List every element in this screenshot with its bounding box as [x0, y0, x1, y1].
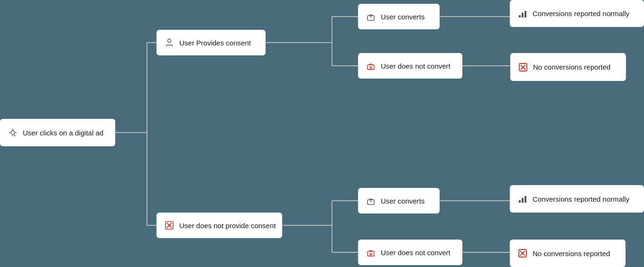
- svg-rect-27: [524, 196, 526, 203]
- x-bag-1-icon: [366, 61, 376, 71]
- svg-rect-19: [519, 15, 521, 18]
- start-label: User clicks on a digital ad: [23, 129, 103, 137]
- chart-1-icon: [517, 9, 528, 19]
- outcome-2-node: No conversions reported: [510, 53, 626, 81]
- consent-yes-node: User Provides consent: [156, 30, 266, 55]
- x-circle-1-icon: [518, 62, 528, 72]
- converts-2-node: User converts: [358, 188, 440, 214]
- bag-2-icon: [366, 196, 376, 206]
- outcome-1-node: Conversions reported normally: [510, 0, 644, 27]
- diagram-container: User clicks on a digital ad User Provide…: [0, 0, 644, 267]
- no-convert-1-node: User does not convert: [358, 53, 462, 79]
- outcome-3-label: Conversions reported normally: [533, 195, 629, 203]
- svg-rect-26: [522, 198, 524, 203]
- svg-rect-9: [368, 16, 374, 20]
- svg-rect-14: [368, 200, 374, 205]
- svg-point-5: [168, 39, 171, 43]
- cursor-icon: [8, 127, 18, 138]
- x-bag-2-icon: [366, 247, 376, 258]
- converts-2-label: User converts: [381, 197, 425, 205]
- start-node: User clicks on a digital ad: [0, 119, 115, 146]
- svg-point-0: [11, 131, 15, 134]
- x-mark-icon: [164, 220, 175, 231]
- no-convert-2-node: User does not convert: [358, 240, 462, 265]
- no-convert-2-label: User does not convert: [381, 249, 451, 257]
- outcome-1-label: Conversions reported normally: [533, 9, 629, 18]
- converts-1-node: User converts: [358, 4, 440, 29]
- outcome-4-node: No conversions reported: [510, 240, 626, 267]
- svg-rect-20: [522, 13, 524, 18]
- converts-1-label: User converts: [381, 13, 425, 21]
- chart-2-icon: [517, 194, 528, 204]
- consent-no-label: User does not provide consent: [179, 222, 276, 230]
- person-icon: [164, 37, 175, 48]
- outcome-4-label: No conversions reported: [533, 249, 610, 258]
- consent-no-node: User does not provide consent: [156, 213, 282, 238]
- svg-rect-25: [519, 200, 521, 203]
- svg-rect-21: [524, 11, 526, 18]
- bag-1-icon: [366, 11, 376, 22]
- outcome-2-label: No conversions reported: [533, 63, 610, 71]
- x-circle-2-icon: [517, 248, 528, 258]
- consent-yes-label: User Provides consent: [179, 39, 251, 47]
- outcome-3-node: Conversions reported normally: [510, 185, 644, 213]
- no-convert-1-label: User does not convert: [381, 62, 451, 70]
